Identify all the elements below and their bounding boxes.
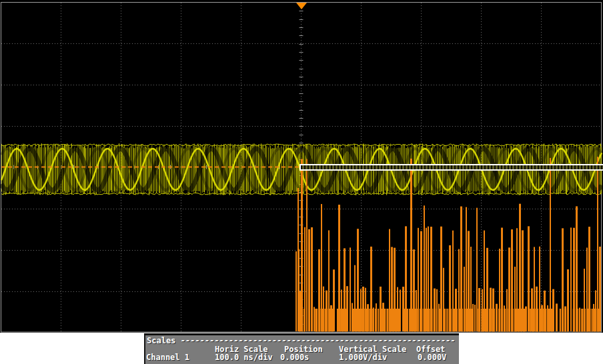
channel-position-value: 0.000s [280, 353, 309, 361]
channel-horiz-scale-value: 100.0 ns/div [215, 353, 273, 361]
digital-trace-band [299, 164, 603, 171]
scales-panel-title: Scales ---------------------------------… [147, 337, 455, 345]
trigger-position-marker[interactable] [296, 3, 307, 9]
channel-offset-value: 0.000V [418, 353, 446, 361]
scales-panel: Scales ---------------------------------… [144, 333, 459, 364]
oscilloscope-display [0, 0, 603, 333]
channel-vertical-scale-value: 1.000V/div [339, 353, 387, 361]
channel-label: Channel 1 [146, 353, 189, 361]
